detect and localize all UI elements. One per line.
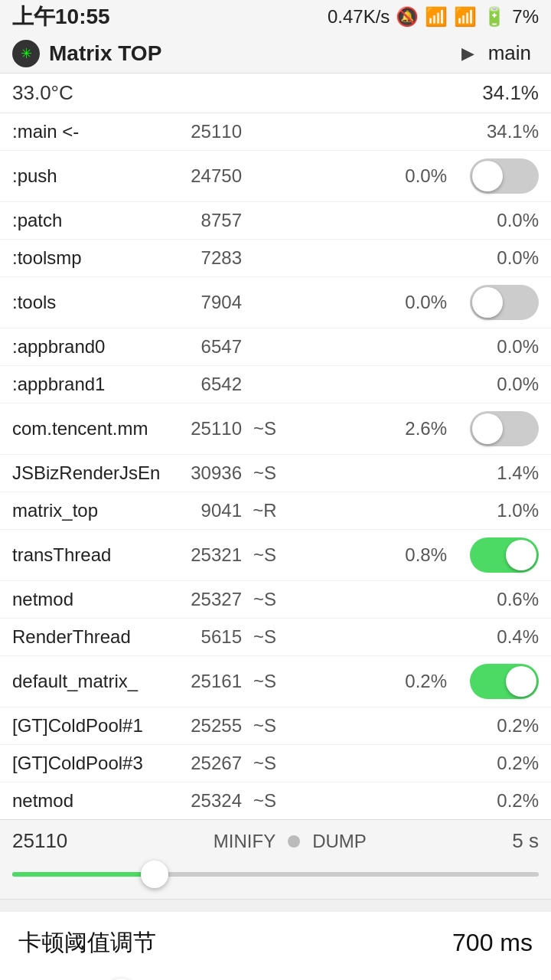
process-cpu: 0.2% <box>288 671 447 692</box>
toggle-knob <box>472 287 503 318</box>
status-right: 0.47K/s 🔕 📶 📶 🔋 7% <box>328 6 539 28</box>
process-toggle[interactable] <box>470 158 539 194</box>
process-name: :toolsmp <box>12 247 165 269</box>
bottom-options: MINIFY DUMP <box>214 831 367 852</box>
battery-percent: 7% <box>512 6 539 28</box>
toggle-knob <box>472 413 503 444</box>
process-pid: 8757 <box>165 210 242 231</box>
process-type: ~S <box>242 462 288 484</box>
process-cpu: 0.2% <box>288 753 539 774</box>
header-tab[interactable]: main <box>481 38 539 68</box>
process-type: ~S <box>242 790 288 812</box>
bottom-pid: 25110 <box>12 829 67 853</box>
process-pid: 25321 <box>165 544 242 566</box>
table-row: default_matrix_25161~S0.2% <box>0 656 551 707</box>
process-cpu: 0.0% <box>242 247 539 269</box>
process-type: ~R <box>242 500 288 521</box>
process-toggle[interactable] <box>470 411 539 446</box>
process-name: :appbrand1 <box>12 374 165 395</box>
table-row: JSBizRenderJsEn30936~S1.4% <box>0 455 551 492</box>
network-speed: 0.47K/s <box>328 6 390 28</box>
process-pid: 24750 <box>165 165 242 187</box>
process-toggle[interactable] <box>470 664 539 699</box>
interval-label: 5 s <box>512 829 539 853</box>
table-row: :tools79040.0% <box>0 277 551 328</box>
process-cpu: 1.0% <box>288 500 539 521</box>
process-name: [GT]ColdPool#1 <box>12 715 165 737</box>
cpu-usage: 34.1% <box>482 81 539 105</box>
table-row: netmod25324~S0.2% <box>0 782 551 819</box>
process-name: :tools <box>12 292 165 313</box>
process-toggle[interactable] <box>470 285 539 320</box>
cpu-temp: 33.0°C <box>12 81 73 105</box>
process-pid: 7283 <box>165 247 242 269</box>
bottom-slider-fill <box>12 872 155 877</box>
process-cpu: 0.0% <box>242 336 539 358</box>
process-pid: 25110 <box>165 121 242 142</box>
process-toggle[interactable] <box>470 537 539 573</box>
process-type: ~S <box>242 626 288 648</box>
table-row: RenderThread5615~S0.4% <box>0 619 551 656</box>
header-controls: ▶ main <box>461 38 539 68</box>
process-pid: 6547 <box>165 336 242 358</box>
battery-icon: 🔋 <box>483 6 506 28</box>
table-row: :patch87570.0% <box>0 202 551 240</box>
table-row: :appbrand065470.0% <box>0 328 551 366</box>
process-pid: 25267 <box>165 753 242 774</box>
dump-label[interactable]: DUMP <box>312 831 367 852</box>
process-cpu: 0.0% <box>242 374 539 395</box>
process-cpu: 0.8% <box>288 544 447 566</box>
process-pid: 25110 <box>165 418 242 439</box>
process-name: JSBizRenderJsEn <box>12 462 165 484</box>
process-cpu: 0.0% <box>242 210 539 231</box>
temperature-row: 33.0°C 34.1% <box>0 74 551 113</box>
process-cpu: 0.6% <box>288 589 539 610</box>
process-pid: 25161 <box>165 671 242 692</box>
app-icon: ✳ <box>12 40 40 67</box>
bottom-slider[interactable] <box>12 859 539 890</box>
process-cpu: 0.2% <box>288 715 539 737</box>
table-row: [GT]ColdPool#325267~S0.2% <box>0 745 551 782</box>
process-pid: 25324 <box>165 790 242 812</box>
bottom-slider-thumb[interactable] <box>141 861 168 888</box>
section-gap-1 <box>0 900 551 912</box>
process-table: :main <-2511034.1%:push247500.0%:patch87… <box>0 113 551 819</box>
threshold-section: 卡顿阈值调节 700 ms <box>0 912 551 980</box>
app-logo: ✳ <box>21 45 32 62</box>
minify-label[interactable]: MINIFY <box>214 831 276 852</box>
process-pid: 25327 <box>165 589 242 610</box>
status-time: 上午10:55 <box>12 2 110 31</box>
process-cpu: 2.6% <box>288 418 447 439</box>
process-pid: 9041 <box>165 500 242 521</box>
table-row: netmod25327~S0.6% <box>0 581 551 619</box>
process-pid: 30936 <box>165 462 242 484</box>
process-cpu: 1.4% <box>288 462 539 484</box>
bottom-bar: 25110 MINIFY DUMP 5 s <box>0 819 551 900</box>
app-title: Matrix TOP <box>49 41 461 66</box>
threshold-header: 卡顿阈值调节 700 ms <box>18 927 533 959</box>
table-row: :appbrand165420.0% <box>0 366 551 403</box>
process-type: ~S <box>242 544 288 566</box>
process-name: netmod <box>12 790 165 812</box>
process-name: netmod <box>12 589 165 610</box>
app-header: ✳ Matrix TOP ▶ main <box>0 34 551 74</box>
process-name: [GT]ColdPool#3 <box>12 753 165 774</box>
process-pid: 25255 <box>165 715 242 737</box>
threshold-slider[interactable] <box>18 977 533 980</box>
status-bar: 上午10:55 0.47K/s 🔕 📶 📶 🔋 7% <box>0 0 551 34</box>
process-name: transThread <box>12 544 165 566</box>
process-name: :main <- <box>12 121 165 142</box>
table-row: com.tencent.mm25110~S2.6% <box>0 403 551 455</box>
process-name: :patch <box>12 210 165 231</box>
process-name: :push <box>12 165 165 187</box>
process-name: matrix_top <box>12 500 165 521</box>
process-cpu: 0.2% <box>288 790 539 812</box>
process-type: ~S <box>242 753 288 774</box>
wifi-icon: 📶 <box>425 6 448 28</box>
threshold-value: 700 ms <box>452 929 533 957</box>
process-cpu: 0.4% <box>288 626 539 648</box>
play-button[interactable]: ▶ <box>461 44 474 64</box>
process-pid: 7904 <box>165 292 242 313</box>
mute-icon: 🔕 <box>396 6 419 28</box>
process-type: ~S <box>242 589 288 610</box>
